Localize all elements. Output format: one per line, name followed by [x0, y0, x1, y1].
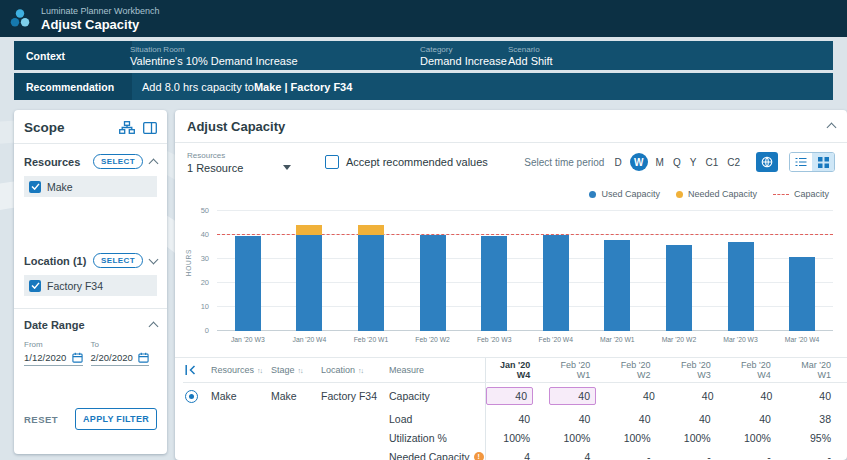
resources-dropdown-label: Resources	[187, 151, 291, 160]
apply-filter-button[interactable]: APPLY FILTER	[75, 408, 157, 430]
legend-item-0[interactable]: Used Capacity	[589, 189, 660, 199]
used-capacity-segment	[789, 257, 815, 331]
period-header-cells: Jan '20 W4Feb '20 W1Feb '20 W2Feb '20 W3…	[485, 358, 847, 382]
globe-icon	[761, 156, 773, 168]
column-header-resources[interactable]: Resources↑↓	[211, 365, 271, 375]
time-period-d[interactable]: D	[613, 157, 622, 168]
column-header-stage[interactable]: Stage↑↓	[271, 365, 321, 375]
reset-button[interactable]: RESET	[24, 414, 58, 425]
location-section-label: Location (1)	[24, 255, 93, 267]
legend-label: Used Capacity	[601, 189, 660, 199]
category-label: Category	[420, 45, 507, 54]
resources-collapse-chevron-icon[interactable]	[149, 158, 159, 168]
x-tick-label: Jan '20 W3	[217, 336, 279, 343]
context-label: Context	[14, 41, 132, 70]
period-header[interactable]: Mar '20 W1	[787, 360, 847, 380]
y-tick-label: 10	[201, 302, 209, 311]
time-period-w[interactable]: W	[630, 153, 648, 171]
value-cell: 40	[486, 413, 546, 425]
meta-cell: Factory F34	[321, 390, 389, 402]
grid-view-button[interactable]	[812, 153, 834, 171]
period-cells: 404040404038	[485, 409, 847, 428]
time-period-group: DWMQYC1C2	[613, 153, 741, 171]
period-cells: 100%100%100%100%100%95%	[485, 428, 847, 447]
period-header[interactable]: Feb '20 W1	[546, 360, 606, 380]
editable-capacity-cell[interactable]: 40	[486, 387, 533, 405]
period-header[interactable]: Feb '20 W3	[667, 360, 727, 380]
row-select-radio[interactable]	[185, 390, 198, 403]
time-period-c2[interactable]: C2	[726, 157, 741, 168]
x-axis-labels: Jan '20 W3Jan '20 W4Feb '20 W1Feb '20 W2…	[217, 336, 833, 343]
period-header[interactable]: Feb '20 W4	[727, 360, 787, 380]
calendar-icon[interactable]	[72, 352, 83, 363]
bar-Feb '20 W4[interactable]	[543, 235, 569, 331]
suite-name: Luminate Planner Workbench	[41, 6, 159, 16]
column-header-label: Measure	[389, 365, 424, 375]
resources-select-button[interactable]: SELECT	[93, 154, 143, 169]
meta-cell: Make	[271, 390, 321, 402]
period-header[interactable]: Jan '20 W4	[486, 360, 546, 380]
time-period-y[interactable]: Y	[689, 157, 698, 168]
editable-capacity-cell[interactable]: 40	[549, 387, 596, 405]
situation-room-value: Valentine's 10% Demand Increase	[130, 55, 298, 67]
legend-marker-icon	[676, 191, 683, 198]
meta-header-cells: Resources↑↓Stage↑↓Location↑↓Measure	[211, 365, 485, 375]
table-row: Needed Capacity!44----	[183, 447, 847, 460]
sort-icon[interactable]: ↑↓	[257, 367, 262, 374]
recommendation-text: Add 8.0 hrs capacity to Make | Factory F…	[142, 73, 352, 100]
bar-Mar '20 W3[interactable]	[728, 242, 754, 331]
bar-Jan '20 W4[interactable]	[296, 225, 322, 331]
column-header-location[interactable]: Location↑↓	[321, 365, 389, 375]
period-cells: 404040404040	[485, 383, 847, 409]
app-header: Luminate Planner Workbench Adjust Capaci…	[0, 0, 847, 37]
location-item-factory-f34[interactable]: Factory F34	[24, 275, 157, 296]
accept-recommended-checkbox[interactable]	[325, 155, 339, 169]
measure-label: Needed Capacity	[389, 451, 470, 460]
time-period-q[interactable]: Q	[672, 157, 682, 168]
bar-Mar '20 W2[interactable]	[666, 245, 692, 331]
period-header[interactable]: Feb '20 W2	[606, 360, 666, 380]
location-select-button[interactable]: SELECT	[93, 253, 143, 268]
bar-Feb '20 W1[interactable]	[358, 225, 384, 331]
resources-list-empty-space	[24, 197, 157, 243]
side-panel-icon[interactable]	[143, 122, 157, 134]
checkbox-checked-icon[interactable]	[29, 280, 41, 292]
y-tick-label: 30	[201, 254, 209, 263]
bar-Mar '20 W1[interactable]	[604, 240, 630, 331]
legend-item-1[interactable]: Needed Capacity	[676, 189, 757, 199]
scope-panel: Scope Resources SELECT Make Location (1)	[14, 110, 167, 454]
resources-dropdown[interactable]: Resources 1 Resource	[187, 151, 291, 174]
sort-icon[interactable]: ↑↓	[358, 367, 363, 374]
resource-item-make[interactable]: Make	[24, 176, 157, 197]
panel-collapse-chevron-icon[interactable]	[827, 123, 837, 133]
legend-label: Capacity	[794, 189, 829, 199]
legend-item-2[interactable]: Capacity	[773, 189, 829, 199]
bar-Jan '20 W3[interactable]	[235, 236, 261, 331]
collapse-left-icon[interactable]	[185, 364, 198, 376]
y-tick-label: 20	[201, 278, 209, 287]
value-cell: 40	[671, 390, 730, 402]
calendar-icon[interactable]	[138, 352, 149, 363]
bar-Feb '20 W3[interactable]	[481, 236, 507, 331]
recommendation-prefix: Add 8.0 hrs capacity to	[142, 81, 254, 93]
resources-dropdown-value: 1 Resource	[187, 162, 243, 174]
location-collapse-chevron-icon[interactable]	[149, 254, 159, 264]
list-view-button[interactable]	[790, 153, 812, 171]
time-period-m[interactable]: M	[655, 157, 665, 168]
date-range-collapse-chevron-icon[interactable]	[149, 322, 159, 332]
checkbox-checked-icon[interactable]	[29, 181, 41, 193]
used-capacity-segment	[296, 235, 322, 331]
value-cell: 40	[546, 413, 606, 425]
globe-view-button[interactable]	[756, 152, 778, 172]
sitemap-icon[interactable]	[119, 121, 135, 134]
sort-icon[interactable]: ↑↓	[298, 367, 303, 374]
x-tick-label: Mar '20 W3	[710, 336, 772, 343]
bar-Feb '20 W2[interactable]	[420, 235, 446, 331]
value-cell: 4	[486, 451, 546, 460]
bar-Mar '20 W4[interactable]	[789, 257, 815, 331]
value-cell: 40	[730, 390, 789, 402]
resources-section-label: Resources	[24, 156, 93, 168]
date-from-input[interactable]: 1/12/2020	[24, 349, 83, 366]
time-period-c1[interactable]: C1	[704, 157, 719, 168]
date-to-input[interactable]: 2/20/2020	[91, 349, 150, 366]
